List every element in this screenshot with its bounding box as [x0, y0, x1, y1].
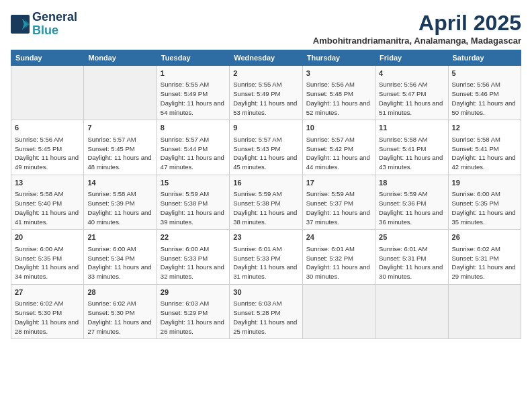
day-number: 26 — [452, 232, 517, 242]
day-number: 27 — [15, 287, 80, 298]
calendar-cell: 8Sunrise: 5:57 AMSunset: 5:44 PMDaylight… — [157, 120, 229, 175]
calendar-cell — [11, 66, 84, 120]
cell-content: Sunrise: 5:59 AMSunset: 5:37 PMDaylight:… — [306, 189, 371, 226]
cell-content: Sunrise: 6:00 AMSunset: 5:35 PMDaylight:… — [452, 189, 517, 226]
calendar-cell: 29Sunrise: 6:03 AMSunset: 5:29 PMDayligh… — [157, 284, 229, 338]
logo-line2: Blue — [32, 24, 58, 37]
calendar-cell: 15Sunrise: 5:59 AMSunset: 5:38 PMDayligh… — [157, 175, 229, 229]
day-number: 17 — [306, 178, 371, 188]
day-number: 23 — [233, 232, 298, 242]
cell-content: Sunrise: 6:00 AMSunset: 5:33 PMDaylight:… — [161, 244, 226, 281]
cell-content: Sunrise: 5:58 AMSunset: 5:41 PMDaylight:… — [379, 135, 444, 172]
header-row: SundayMondayTuesdayWednesdayThursdayFrid… — [11, 50, 521, 66]
calendar-cell — [302, 284, 375, 338]
day-number: 28 — [87, 287, 152, 298]
calendar-cell — [375, 284, 448, 338]
logo-text: General Blue — [32, 11, 77, 38]
calendar-cell — [84, 66, 157, 120]
day-number: 22 — [161, 232, 226, 242]
week-row-3: 20Sunrise: 6:00 AMSunset: 5:35 PMDayligh… — [11, 230, 521, 284]
header-saturday: Saturday — [448, 50, 521, 66]
header-monday: Monday — [84, 50, 157, 66]
calendar-cell: 25Sunrise: 6:01 AMSunset: 5:31 PMDayligh… — [375, 230, 448, 284]
cell-content: Sunrise: 5:59 AMSunset: 5:36 PMDaylight:… — [379, 189, 444, 226]
day-number: 15 — [161, 178, 226, 188]
calendar-cell: 24Sunrise: 6:01 AMSunset: 5:32 PMDayligh… — [302, 230, 375, 284]
day-number: 10 — [306, 123, 371, 133]
calendar-cell: 18Sunrise: 5:59 AMSunset: 5:36 PMDayligh… — [375, 175, 448, 229]
day-number: 24 — [306, 232, 371, 242]
day-number: 11 — [379, 123, 444, 133]
calendar-header: SundayMondayTuesdayWednesdayThursdayFrid… — [11, 50, 521, 66]
page-header: General Blue April 2025 Ambohitrandriama… — [11, 11, 521, 46]
day-number: 16 — [233, 178, 298, 188]
week-row-4: 27Sunrise: 6:02 AMSunset: 5:30 PMDayligh… — [11, 284, 521, 338]
header-friday: Friday — [375, 50, 448, 66]
header-sunday: Sunday — [11, 50, 84, 66]
cell-content: Sunrise: 6:02 AMSunset: 5:30 PMDaylight:… — [15, 299, 80, 336]
cell-content: Sunrise: 5:56 AMSunset: 5:45 PMDaylight:… — [15, 135, 80, 172]
calendar-cell: 10Sunrise: 5:57 AMSunset: 5:42 PMDayligh… — [302, 120, 375, 175]
calendar-cell: 14Sunrise: 5:58 AMSunset: 5:39 PMDayligh… — [84, 175, 157, 229]
header-tuesday: Tuesday — [157, 50, 229, 66]
calendar-cell: 28Sunrise: 6:02 AMSunset: 5:30 PMDayligh… — [84, 284, 157, 338]
day-number: 13 — [15, 178, 80, 188]
day-number: 1 — [161, 68, 226, 79]
day-number: 21 — [87, 232, 152, 242]
week-row-1: 6Sunrise: 5:56 AMSunset: 5:45 PMDaylight… — [11, 120, 521, 175]
day-number: 30 — [233, 287, 298, 298]
cell-content: Sunrise: 5:55 AMSunset: 5:49 PMDaylight:… — [233, 80, 298, 117]
month-title: April 2025 — [313, 11, 521, 36]
calendar-cell: 20Sunrise: 6:00 AMSunset: 5:35 PMDayligh… — [11, 230, 84, 284]
cell-content: Sunrise: 6:02 AMSunset: 5:30 PMDaylight:… — [87, 299, 152, 336]
day-number: 18 — [379, 178, 444, 188]
calendar-cell: 22Sunrise: 6:00 AMSunset: 5:33 PMDayligh… — [157, 230, 229, 284]
calendar-cell: 9Sunrise: 5:57 AMSunset: 5:43 PMDaylight… — [230, 120, 302, 175]
calendar-cell: 3Sunrise: 5:56 AMSunset: 5:48 PMDaylight… — [302, 66, 375, 120]
calendar-cell: 6Sunrise: 5:56 AMSunset: 5:45 PMDaylight… — [11, 120, 84, 175]
day-number: 25 — [379, 232, 444, 242]
calendar-cell: 19Sunrise: 6:00 AMSunset: 5:35 PMDayligh… — [448, 175, 521, 229]
day-number: 14 — [87, 178, 152, 188]
calendar-cell: 2Sunrise: 5:55 AMSunset: 5:49 PMDaylight… — [230, 66, 302, 120]
calendar-cell: 5Sunrise: 5:56 AMSunset: 5:46 PMDaylight… — [448, 66, 521, 120]
cell-content: Sunrise: 5:56 AMSunset: 5:47 PMDaylight:… — [379, 80, 444, 117]
calendar-body: 1Sunrise: 5:55 AMSunset: 5:49 PMDaylight… — [11, 66, 521, 339]
day-number: 2 — [233, 68, 298, 79]
calendar-table: SundayMondayTuesdayWednesdayThursdayFrid… — [11, 50, 521, 339]
day-number: 4 — [379, 68, 444, 79]
calendar-cell: 30Sunrise: 6:03 AMSunset: 5:28 PMDayligh… — [230, 284, 302, 338]
calendar-cell: 23Sunrise: 6:01 AMSunset: 5:33 PMDayligh… — [230, 230, 302, 284]
calendar-cell: 17Sunrise: 5:59 AMSunset: 5:37 PMDayligh… — [302, 175, 375, 229]
day-number: 20 — [15, 232, 80, 242]
calendar-cell: 4Sunrise: 5:56 AMSunset: 5:47 PMDaylight… — [375, 66, 448, 120]
cell-content: Sunrise: 6:03 AMSunset: 5:29 PMDaylight:… — [161, 299, 226, 336]
cell-content: Sunrise: 5:59 AMSunset: 5:38 PMDaylight:… — [233, 189, 298, 226]
calendar-cell — [448, 284, 521, 338]
cell-content: Sunrise: 6:01 AMSunset: 5:32 PMDaylight:… — [306, 244, 371, 281]
day-number: 8 — [161, 123, 226, 133]
week-row-0: 1Sunrise: 5:55 AMSunset: 5:49 PMDaylight… — [11, 66, 521, 120]
day-number: 3 — [306, 68, 371, 79]
cell-content: Sunrise: 5:57 AMSunset: 5:44 PMDaylight:… — [161, 135, 226, 172]
calendar-cell: 21Sunrise: 6:00 AMSunset: 5:34 PMDayligh… — [84, 230, 157, 284]
day-number: 7 — [87, 123, 152, 133]
logo-icon — [11, 15, 30, 34]
logo-line1: General — [32, 11, 77, 24]
day-number: 5 — [452, 68, 517, 79]
cell-content: Sunrise: 5:57 AMSunset: 5:45 PMDaylight:… — [87, 135, 152, 172]
calendar-cell: 12Sunrise: 5:58 AMSunset: 5:41 PMDayligh… — [448, 120, 521, 175]
calendar-cell: 7Sunrise: 5:57 AMSunset: 5:45 PMDaylight… — [84, 120, 157, 175]
day-number: 29 — [161, 287, 226, 298]
cell-content: Sunrise: 6:01 AMSunset: 5:33 PMDaylight:… — [233, 244, 298, 281]
cell-content: Sunrise: 6:00 AMSunset: 5:35 PMDaylight:… — [15, 244, 80, 281]
cell-content: Sunrise: 6:03 AMSunset: 5:28 PMDaylight:… — [233, 299, 298, 336]
cell-content: Sunrise: 5:57 AMSunset: 5:43 PMDaylight:… — [233, 135, 298, 172]
cell-content: Sunrise: 6:02 AMSunset: 5:31 PMDaylight:… — [452, 244, 517, 281]
cell-content: Sunrise: 6:00 AMSunset: 5:34 PMDaylight:… — [87, 244, 152, 281]
cell-content: Sunrise: 5:58 AMSunset: 5:39 PMDaylight:… — [87, 189, 152, 226]
location-subtitle: Ambohitrandriamanitra, Analamanga, Madag… — [313, 36, 521, 46]
week-row-2: 13Sunrise: 5:58 AMSunset: 5:40 PMDayligh… — [11, 175, 521, 229]
cell-content: Sunrise: 5:55 AMSunset: 5:49 PMDaylight:… — [161, 80, 226, 117]
header-wednesday: Wednesday — [230, 50, 302, 66]
